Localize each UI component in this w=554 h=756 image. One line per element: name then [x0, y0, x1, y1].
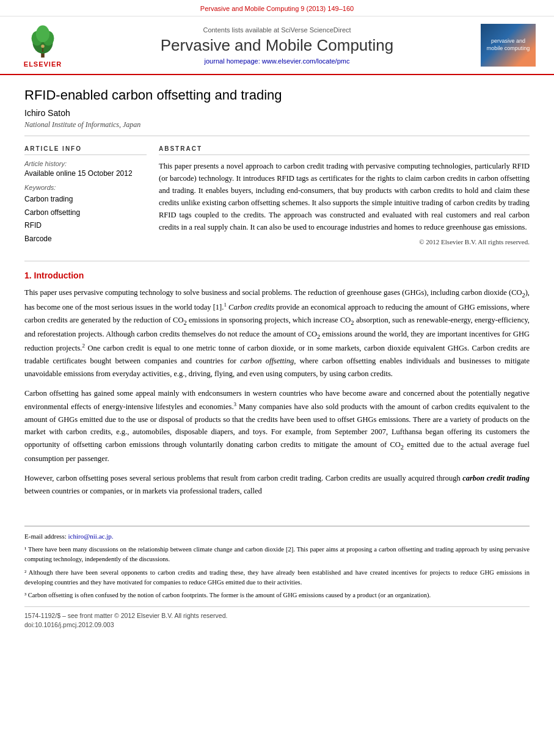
article-info-col: ARTICLE INFO Article history: Available … [24, 145, 147, 252]
issn-line: 1574-1192/$ – see front matter © 2012 El… [24, 612, 530, 619]
history-label: Article history: [24, 160, 147, 167]
keyword-1: Carbon trading [24, 193, 147, 206]
email-label: E-mail address: [24, 532, 67, 540]
svg-point-4 [36, 26, 49, 43]
abstract-label: ABSTRACT [159, 145, 530, 155]
body-paragraph-1: This paper uses pervasive computing tech… [24, 286, 530, 380]
doi-line: doi:10.1016/j.pmcj.2012.09.003 [24, 621, 530, 628]
article-info-label: ARTICLE INFO [24, 145, 147, 155]
keywords-group: Keywords: Carbon trading Carbon offsetti… [24, 184, 147, 245]
article-history: Article history: Available online 15 Oct… [24, 160, 147, 178]
keyword-2: Carbon offsetting [24, 206, 147, 220]
journal-homepage: journal homepage: www.elsevier.com/locat… [73, 57, 481, 65]
article-author: Ichiro Satoh [24, 108, 530, 118]
article-affiliation: National Institute of Informatics, Japan [24, 120, 530, 129]
keyword-4: Barcode [24, 233, 147, 246]
elsevier-logo: ELSEVIER [12, 23, 73, 68]
journal-header: ELSEVIER Contents lists available at Sci… [0, 16, 554, 75]
email-address[interactable]: ichiro@nii.ac.jp. [68, 532, 113, 540]
journal-title-main: Pervasive and Mobile Computing [73, 36, 481, 55]
journal-header-right: pervasive and mobile computing [481, 24, 542, 67]
elsevier-tree-icon [24, 23, 61, 59]
body-section: 1. Introduction This paper uses pervasiv… [24, 261, 530, 514]
elsevier-logo-area: ELSEVIER [12, 23, 73, 68]
keyword-3: RFID [24, 219, 147, 233]
keywords-label: Keywords: [24, 184, 147, 191]
journal-thumbnail: pervasive and mobile computing [481, 24, 536, 67]
elsevier-text: ELSEVIER [24, 60, 62, 68]
sciverse-line: Contents lists available at SciVerse Sci… [73, 26, 481, 34]
bottom-bar: 1574-1192/$ – see front matter © 2012 El… [24, 606, 530, 628]
article-title: RFID-enabled carbon offsetting and tradi… [24, 87, 530, 103]
abstract-text: This paper presents a novel approach to … [159, 160, 530, 233]
body-paragraph-2: Carbon offsetting has gained some appeal… [24, 387, 530, 465]
available-online: Available online 15 October 2012 [24, 169, 147, 178]
svg-point-5 [41, 45, 45, 48]
top-bar: Pervasive and Mobile Computing 9 (2013) … [0, 0, 554, 16]
article-info-abstract: ARTICLE INFO Article history: Available … [24, 136, 530, 261]
journal-citation: Pervasive and Mobile Computing 9 (2013) … [200, 5, 354, 12]
content-area: RFID-enabled carbon offsetting and tradi… [0, 75, 554, 628]
keywords-list: Carbon trading Carbon offsetting RFID Ba… [24, 193, 147, 245]
homepage-url[interactable]: www.elsevier.com/locate/pmc [262, 57, 350, 65]
footnote-3: ³ Carbon offsetting is often confused by… [24, 591, 530, 600]
footnote-2: ² Although there have been several oppon… [24, 568, 530, 587]
journal-header-center: Contents lists available at SciVerse Sci… [73, 26, 481, 65]
footnotes-section: E-mail address: ichiro@nii.ac.jp. ¹ Ther… [24, 526, 530, 600]
footnote-email: E-mail address: ichiro@nii.ac.jp. [24, 532, 530, 540]
section1-heading: 1. Introduction [24, 271, 530, 280]
footnote-1: ¹ There have been many discussions on th… [24, 545, 530, 564]
body-paragraph-3: However, carbon offsetting poses several… [24, 472, 530, 497]
abstract-col: ABSTRACT This paper presents a novel app… [159, 145, 530, 252]
copyright-line: © 2012 Elsevier B.V. All rights reserved… [159, 238, 530, 245]
article-title-section: RFID-enabled carbon offsetting and tradi… [24, 75, 530, 136]
